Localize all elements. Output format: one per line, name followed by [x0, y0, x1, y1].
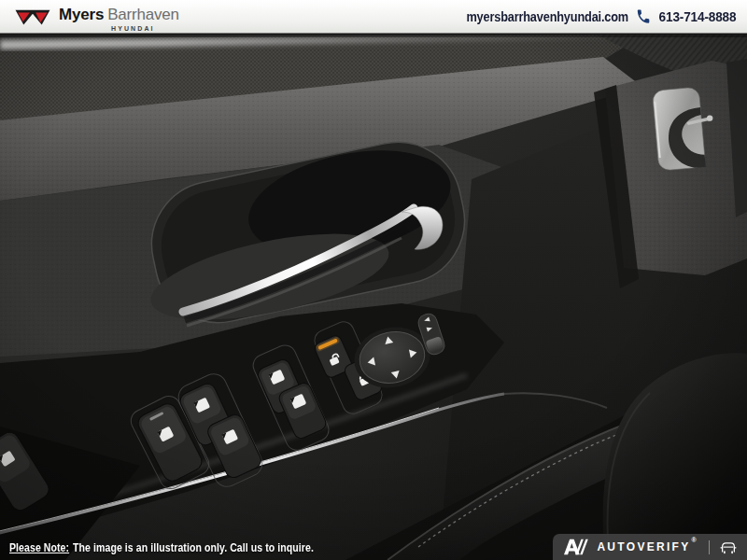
dealer-name: MyersBarrhaven HYUNDAI — [59, 2, 179, 32]
listing-photo-card: MyersBarrhaven HYUNDAI myersbarrhavenhyu… — [0, 0, 747, 560]
dealer-name-light: Barrhaven — [107, 6, 179, 23]
vehicle-photo: Please Note:The image is an illustration… — [0, 35, 747, 560]
disclaimer-label: Please Note: — [9, 540, 69, 554]
phone-icon — [636, 7, 652, 25]
autoverify-badge[interactable]: AUTOVERIFY® — [553, 534, 747, 560]
dealer-sub-brand: HYUNDAI — [111, 25, 179, 32]
dealer-contact: myersbarrhavenhyundai.com 613-714-8888 — [466, 7, 736, 25]
disclaimer-note: Please Note:The image is an illustration… — [9, 540, 314, 554]
dealer-phone-link[interactable]: 613-714-8888 — [658, 8, 736, 25]
badge-divider — [709, 540, 710, 554]
registered-mark: ® — [692, 537, 698, 543]
dealer-website-link[interactable]: myersbarrhavenhyundai.com — [466, 9, 628, 24]
dealer-header: MyersBarrhaven HYUNDAI myersbarrhavenhyu… — [0, 0, 747, 34]
disclaimer-text: The image is an illustration only. Call … — [73, 540, 314, 554]
car-icon — [719, 540, 738, 554]
autoverify-logo-icon — [564, 539, 589, 555]
dealer-brand: MyersBarrhaven HYUNDAI — [13, 2, 179, 32]
door-panel-scene — [0, 35, 747, 560]
myers-logo-icon — [13, 7, 52, 29]
dealer-name-bold: Myers — [59, 6, 104, 23]
autoverify-label: AUTOVERIFY® — [597, 540, 698, 553]
